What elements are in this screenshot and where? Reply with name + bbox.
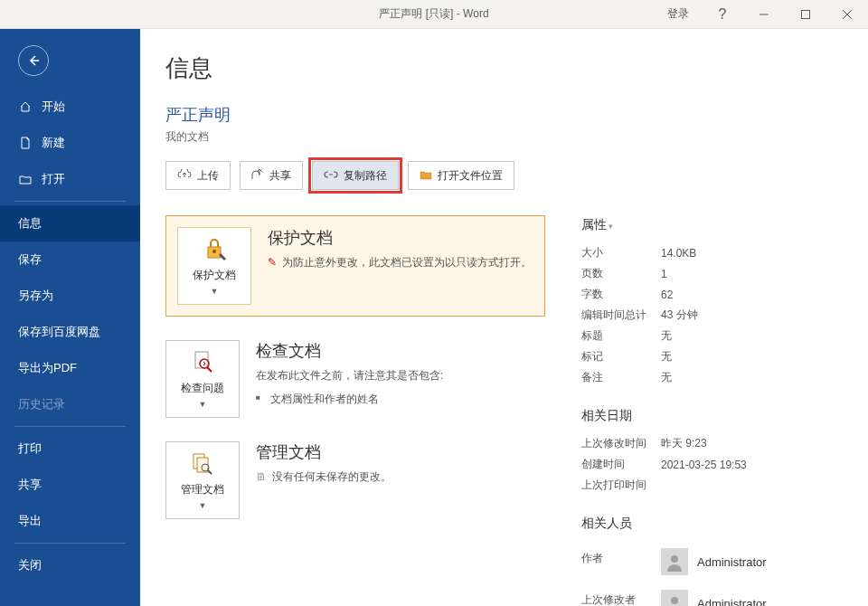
block-text: 🗎没有任何未保存的更改。 [256,469,545,486]
minimize-button[interactable] [743,0,785,29]
backstage-sidebar: 开始 新建 打开 信息 保存 另存为 保存到百度网盘 导出为PDF 历史记录 打… [0,29,140,606]
button-label: 打开文件位置 [438,168,503,184]
document-title: 严正声明 [165,104,843,126]
open-icon [18,172,33,186]
button-label: 上传 [197,168,219,184]
avatar-icon [661,590,688,606]
nav-label: 关闭 [18,557,42,573]
help-button[interactable]: ? [702,0,743,29]
nav-export[interactable]: 导出 [0,503,140,539]
window-title: 严正声明 [只读] - Word [379,6,488,22]
nav-label: 共享 [18,477,42,493]
nav-history: 历史记录 [0,386,140,422]
nav-open[interactable]: 打开 [0,161,140,197]
block-text: ✎为防止意外更改，此文档已设置为以只读方式打开。 [268,254,533,271]
protect-block: 保护文档 ▼ 保护文档 ✎为防止意外更改，此文档已设置为以只读方式打开。 [165,215,545,317]
manage-document-button[interactable]: 管理文档 ▼ [165,441,240,519]
button-label: 复制路径 [344,168,387,184]
nav-separator [14,426,126,427]
prop-row-created: 创建时间2021-03-25 19:53 [581,454,843,475]
svg-point-13 [671,597,678,604]
prop-row-printed: 上次打印时间 [581,475,843,496]
nav-save-baidu[interactable]: 保存到百度网盘 [0,314,140,350]
nav-label: 导出为PDF [18,360,77,376]
svg-point-12 [671,555,678,563]
inspect-document-button[interactable]: 检查问题 ▼ [165,340,240,418]
open-location-button[interactable]: 打开文件位置 [408,161,514,190]
lock-icon [202,236,227,264]
nav-save[interactable]: 保存 [0,241,140,278]
avatar-icon [661,548,688,575]
maximize-button[interactable] [785,0,826,29]
list-item: 文档属性和作者的姓名 [256,390,545,410]
nav-new[interactable]: 新建 [0,125,140,161]
nav-label: 导出 [18,513,42,529]
document-path: 我的文档 [165,129,843,145]
copy-path-button[interactable]: 复制路径 [312,161,399,190]
nav-label: 新建 [42,135,65,151]
manage-block: 管理文档 ▼ 管理文档 🗎没有任何未保存的更改。 [165,441,545,519]
nav-home[interactable]: 开始 [0,89,140,125]
dates-heading: 相关日期 [581,408,843,424]
button-label: 检查问题 [181,381,224,396]
dropdown-caret-icon: ▼ [199,501,207,510]
nav-separator [14,543,126,544]
prop-row-edit-time: 编辑时间总计43 分钟 [581,305,843,326]
nav-saveas[interactable]: 另存为 [0,278,140,314]
close-button[interactable] [826,0,868,29]
nav-label: 保存到百度网盘 [18,324,100,340]
nav-close[interactable]: 关闭 [0,547,140,583]
upload-button[interactable]: 上传 [165,161,231,190]
nav-label: 开始 [42,99,65,115]
nav-share[interactable]: 共享 [0,467,140,503]
share-button[interactable]: 共享 [240,161,303,190]
login-link[interactable]: 登录 [655,6,702,22]
block-title: 保护文档 [268,227,533,249]
new-icon [18,136,33,150]
block-title: 检查文档 [256,340,545,362]
prop-row-title[interactable]: 标题无 [581,326,843,346]
nav-label: 打开 [42,171,65,187]
nav-export-pdf[interactable]: 导出为PDF [0,350,140,386]
dropdown-caret-icon: ▼ [211,287,219,296]
author-person[interactable]: Administrator [661,548,843,575]
folder-icon [420,169,432,183]
dropdown-caret-icon: ▼ [199,400,207,409]
svg-rect-1 [802,10,810,18]
properties-panel: 属性▾ 大小14.0KB 页数1 字数62 编辑时间总计43 分钟 标题无 标记… [581,215,843,606]
inspect-list: 文档属性和作者的姓名 [256,390,545,410]
content-area: 信息 严正声明 我的文档 上传 共享 复制路径 打开文件位置 [140,29,868,606]
inspect-block: 检查问题 ▼ 检查文档 在发布此文件之前，请注意其是否包含: 文档属性和作者的姓… [165,340,545,418]
share-icon [251,169,264,183]
nav-info[interactable]: 信息 [0,205,140,241]
prop-row-modified: 上次修改时间昨天 9:23 [581,433,843,454]
nav-label: 信息 [18,215,42,232]
manage-icon [190,450,215,478]
dropdown-caret-icon: ▾ [609,222,613,231]
prop-row-size: 大小14.0KB [581,242,843,263]
people-heading: 相关人员 [581,516,843,532]
button-label: 管理文档 [181,482,224,497]
nav-print[interactable]: 打印 [0,431,140,467]
link-icon [324,169,338,182]
nav-label: 打印 [18,440,42,457]
svg-point-6 [212,250,216,253]
block-text: 在发布此文件之前，请注意其是否包含: [256,367,545,384]
home-icon [18,99,33,114]
modifier-person[interactable]: Administrator [661,590,843,606]
protect-document-button[interactable]: 保护文档 ▼ [177,227,251,305]
nav-label: 保存 [18,251,42,268]
nav-label: 历史记录 [18,396,65,412]
nav-separator [14,201,126,202]
properties-heading[interactable]: 属性▾ [581,217,843,233]
prop-row-comments[interactable]: 备注无 [581,367,843,388]
prop-row-tags[interactable]: 标记无 [581,346,843,367]
page-title: 信息 [165,52,843,84]
titlebar: 严正声明 [只读] - Word 登录 ? [0,0,868,29]
block-title: 管理文档 [256,441,545,463]
person-name: Administrator [697,555,767,569]
back-button[interactable] [18,45,49,76]
prop-row-pages: 页数1 [581,263,843,284]
button-label: 保护文档 [193,268,236,283]
inspect-icon [190,349,215,377]
